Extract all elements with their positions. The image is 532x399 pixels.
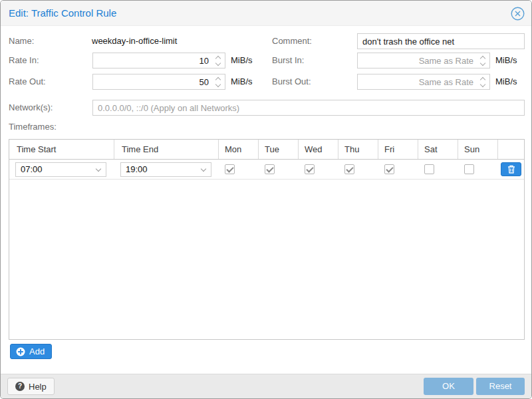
rate-in-spinner[interactable] (215, 55, 223, 66)
comment-label: Comment: (272, 36, 312, 46)
networks-input[interactable] (92, 100, 525, 116)
timeframe-row: 07:00 19:00 (9, 160, 524, 180)
rate-in-unit: MiB/s (231, 55, 253, 65)
timeframes-label: Timeframes: (9, 122, 57, 132)
comment-input[interactable] (357, 33, 525, 49)
delete-row-button[interactable] (501, 162, 521, 176)
column-header-sat[interactable]: Sat (418, 140, 458, 159)
rate-in-input[interactable] (92, 53, 225, 68)
time-end-cell: 19:00 (114, 160, 219, 179)
name-label: Name: (9, 36, 34, 46)
time-start-combo[interactable]: 07:00 (15, 162, 106, 177)
column-header-fri[interactable]: Fri (378, 140, 418, 159)
column-header-tue[interactable]: Tue (259, 140, 299, 159)
close-icon[interactable] (511, 7, 525, 21)
burst-in-spinner[interactable] (479, 55, 487, 66)
column-header-wed[interactable]: Wed (299, 140, 338, 159)
burst-out-label: Burst Out: (272, 76, 311, 86)
burst-in-input[interactable] (357, 53, 490, 68)
mon-checkbox[interactable] (225, 164, 235, 174)
fri-cell (378, 160, 418, 179)
time-start-cell: 07:00 (9, 160, 114, 179)
help-button-label: Help (29, 382, 47, 392)
column-header-actions (498, 140, 524, 159)
sat-cell (418, 160, 458, 179)
traffic-control-rule-dialog: Edit: Traffic Control Rule Name: weekday… (0, 0, 532, 399)
column-header-time-end[interactable]: Time End (114, 140, 219, 159)
question-mark-icon: ? (15, 382, 25, 391)
dialog-titlebar: Edit: Traffic Control Rule (1, 1, 531, 26)
column-header-thu[interactable]: Thu (338, 140, 378, 159)
time-end-value: 19:00 (126, 164, 148, 174)
sat-checkbox[interactable] (424, 164, 434, 174)
wed-checkbox[interactable] (305, 164, 315, 174)
rate-out-spinner[interactable] (215, 76, 223, 87)
chevron-down-icon (96, 166, 101, 171)
networks-label: Network(s): (9, 102, 53, 112)
fri-checkbox[interactable] (384, 164, 394, 174)
time-start-value: 07:00 (21, 164, 43, 174)
tue-checkbox[interactable] (265, 164, 275, 174)
burst-out-input[interactable] (357, 74, 490, 90)
burst-in-label: Burst In: (272, 55, 304, 65)
rate-in-label: Rate In: (9, 55, 39, 65)
add-button-label: Add (29, 346, 45, 356)
timeframes-table-header: Time Start Time End Mon Tue Wed Thu Fri … (9, 140, 524, 160)
spinner-down-icon (480, 61, 485, 66)
spinner-down-icon (215, 82, 221, 87)
rate-out-input[interactable] (92, 74, 225, 90)
spinner-down-icon (480, 82, 485, 87)
burst-in-unit: MiB/s (495, 55, 517, 65)
reset-button[interactable]: Reset (476, 378, 525, 395)
spinner-down-icon (215, 61, 221, 66)
actions-cell (498, 160, 524, 179)
ok-button[interactable]: OK (424, 378, 473, 395)
mon-cell (219, 160, 259, 179)
burst-out-unit: MiB/s (495, 76, 517, 86)
trash-icon (507, 165, 515, 174)
chevron-down-icon (201, 166, 206, 171)
rate-out-label: Rate Out: (9, 76, 46, 86)
add-button[interactable]: Add (10, 344, 52, 359)
help-button[interactable]: ? Help (7, 378, 55, 395)
column-header-time-start[interactable]: Time Start (9, 140, 114, 159)
sun-cell (458, 160, 498, 179)
timeframes-table: Time Start Time End Mon Tue Wed Thu Fri … (9, 139, 525, 340)
burst-out-spinner[interactable] (479, 76, 487, 87)
sun-checkbox[interactable] (464, 164, 474, 174)
time-end-combo[interactable]: 19:00 (120, 162, 211, 177)
dialog-title: Edit: Traffic Control Rule (9, 1, 116, 26)
tue-cell (259, 160, 299, 179)
column-header-mon[interactable]: Mon (219, 140, 259, 159)
name-value: weekday-in-office-limit (92, 36, 177, 46)
dialog-footer: ? Help OK Reset (1, 374, 531, 398)
plus-circle-icon (16, 347, 25, 356)
thu-checkbox[interactable] (344, 164, 354, 174)
rate-out-unit: MiB/s (231, 76, 253, 86)
column-header-sun[interactable]: Sun (458, 140, 498, 159)
wed-cell (299, 160, 338, 179)
thu-cell (338, 160, 378, 179)
